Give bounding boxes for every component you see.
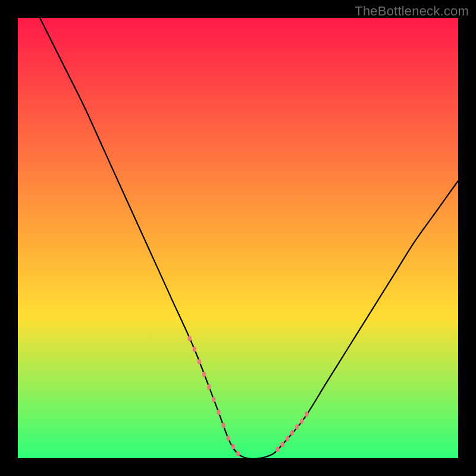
marker-dot	[300, 418, 303, 424]
chart-frame: TheBottleneck.com	[0, 0, 476, 476]
marker-dot	[217, 410, 220, 415]
chart-svg	[18, 18, 458, 458]
marker-dot	[276, 447, 280, 452]
marker-dot	[305, 412, 308, 417]
marker-dot	[222, 422, 226, 428]
marker-dot	[281, 441, 284, 447]
marker-dot	[212, 397, 215, 402]
marker-dot	[231, 444, 235, 449]
marker-dot	[227, 436, 230, 441]
marker-dot	[295, 424, 299, 430]
plot-area	[18, 18, 458, 458]
marker-dot	[207, 384, 211, 390]
gradient-background	[18, 18, 458, 458]
marker-dot	[198, 359, 201, 365]
marker-dot	[188, 336, 192, 341]
watermark-text: TheBottleneck.com	[355, 4, 469, 19]
marker-dot	[286, 436, 289, 441]
marker-dot	[290, 430, 294, 436]
marker-dot	[236, 451, 240, 456]
marker-dot	[202, 372, 206, 377]
marker-dot	[193, 346, 196, 352]
